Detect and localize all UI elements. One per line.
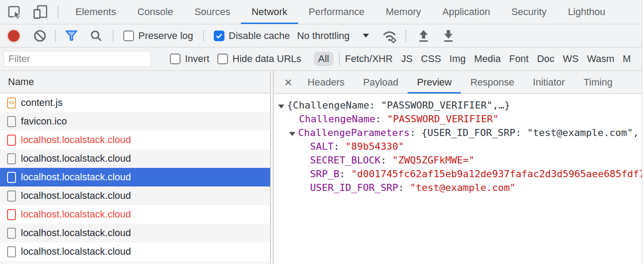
document-file-icon <box>7 246 16 257</box>
filter-type-wasm[interactable]: Wasm <box>587 53 615 65</box>
json-key: SECRET_BLOCK <box>310 155 381 166</box>
table-row-partial[interactable] <box>0 261 270 264</box>
export-har-download-icon[interactable] <box>442 29 455 43</box>
import-har-upload-icon[interactable] <box>417 29 430 43</box>
table-row[interactable]: localhost.localstack.cloud <box>0 242 270 261</box>
toolbar-separator <box>55 30 56 42</box>
inspect-element-icon[interactable] <box>6 4 22 20</box>
table-row[interactable]: localhost.localstack.cloud <box>0 224 270 242</box>
json-string: "test@example.com" <box>410 182 515 193</box>
json-plain: : <box>334 141 346 152</box>
json-string: "89b54330" <box>345 141 404 152</box>
request-rows: <>content.jsfavicon.icolocalhost.localst… <box>0 93 270 261</box>
table-row[interactable]: favicon.ico <box>0 112 270 131</box>
toolbar-separator <box>113 30 114 42</box>
filter-type-m[interactable]: M <box>623 53 631 65</box>
table-row[interactable]: <>content.js <box>0 93 270 112</box>
json-key: SRP_B <box>310 168 339 179</box>
filter-type-doc[interactable]: Doc <box>537 53 554 65</box>
request-name: favicon.ico <box>21 116 67 127</box>
json-plain: : <box>381 155 393 166</box>
preview-tree-line: {ChallengeName: "PASSWORD_VERIFIER",…} <box>274 98 644 112</box>
device-toolbar-icon[interactable] <box>32 4 49 20</box>
table-row[interactable]: localhost.localstack.cloud <box>0 149 270 168</box>
throttling-dropdown[interactable]: No throttling <box>297 30 350 42</box>
filter-type-ws[interactable]: WS <box>563 53 578 65</box>
detail-tab-headers[interactable]: Headers <box>298 71 354 93</box>
detail-tab-bar: × HeadersPayloadPreviewResponseInitiator… <box>274 71 644 94</box>
record-network-log-button[interactable] <box>8 30 20 42</box>
tab-elements[interactable]: Elements <box>65 0 127 24</box>
document-file-icon <box>7 209 16 220</box>
json-plain: : <box>398 182 410 193</box>
tab-performance[interactable]: Performance <box>298 0 375 24</box>
preview-json-tree: {ChallengeName: "PASSWORD_VERIFIER",…}Ch… <box>274 94 644 194</box>
hide-data-urls-checkbox[interactable] <box>217 54 228 64</box>
name-column-header[interactable]: Name <box>0 71 270 93</box>
expander-triangle-icon[interactable] <box>289 126 298 140</box>
table-row[interactable]: localhost.localstack.cloud <box>0 131 270 149</box>
hide-data-urls-label: Hide data URLs <box>232 53 301 65</box>
right-scrollbar-track[interactable] <box>642 0 644 264</box>
json-plain: : {USER_ID_FOR_SRP: "test@example.com", <box>410 127 639 138</box>
filter-funnel-icon[interactable] <box>65 30 78 42</box>
request-detail-panel: × HeadersPayloadPreviewResponseInitiator… <box>274 71 644 264</box>
request-list-panel: Name <>content.jsfavicon.icolocalhost.lo… <box>0 71 271 264</box>
detail-tab-initiator[interactable]: Initiator <box>524 71 574 93</box>
tab-sources[interactable]: Sources <box>184 0 241 24</box>
tabbar-left-icons <box>0 0 59 24</box>
request-type-all-container: All <box>314 52 333 66</box>
expander-triangle-icon[interactable] <box>278 98 287 112</box>
disable-cache-checkbox[interactable] <box>214 31 224 41</box>
document-file-icon <box>7 116 16 127</box>
detail-tab-preview[interactable]: Preview <box>408 71 461 93</box>
tab-console[interactable]: Console <box>127 0 184 24</box>
request-name: localhost.localstack.cloud <box>21 227 131 239</box>
toolbar-separator <box>405 30 406 42</box>
network-conditions-icon[interactable] <box>381 28 398 44</box>
filter-type-font[interactable]: Font <box>509 53 529 65</box>
table-row[interactable]: localhost.localstack.cloud <box>0 168 270 186</box>
detail-tab-timing[interactable]: Timing <box>574 71 622 93</box>
request-type-list: Fetch/XHRJSCSSImgMediaFontDocWSWasmM <box>345 53 631 65</box>
filter-type-media[interactable]: Media <box>474 53 501 65</box>
tab-memory[interactable]: Memory <box>375 0 432 24</box>
preview-tree-line: SALT: "89b54330" <box>274 140 644 153</box>
request-name: localhost.localstack.cloud <box>21 171 131 183</box>
tab-network[interactable]: Network <box>241 0 298 24</box>
json-string: "d001745fc62af15eb9a12de937fafac2d3d5965… <box>351 168 644 179</box>
detail-tab-payload[interactable]: Payload <box>354 71 408 93</box>
preview-tree-line: USER_ID_FOR_SRP: "test@example.com" <box>274 181 644 194</box>
invert-label: Invert <box>185 53 209 65</box>
preserve-log-checkbox[interactable] <box>123 31 134 41</box>
document-file-icon <box>7 135 16 146</box>
toolbar-separator <box>58 6 59 18</box>
detail-tab-list: HeadersPayloadPreviewResponseInitiatorTi… <box>298 71 622 93</box>
json-key: ChallengeParameters <box>298 127 410 138</box>
tab-lighthou[interactable]: Lighthou <box>557 0 616 24</box>
request-name: localhost.localstack.cloud <box>21 134 131 146</box>
tab-application[interactable]: Application <box>432 0 501 24</box>
filter-type-fetch-xhr[interactable]: Fetch/XHR <box>345 53 393 65</box>
document-file-icon <box>7 228 16 239</box>
tab-security[interactable]: Security <box>501 0 557 24</box>
request-name: localhost.localstack.cloud <box>21 153 131 164</box>
search-icon[interactable] <box>90 29 103 43</box>
json-plain: {ChallengeName: "PASSWORD_VERIFIER",…} <box>287 100 510 111</box>
close-icon[interactable]: × <box>278 71 298 93</box>
json-string: "PASSWORD_VERIFIER" <box>387 113 499 124</box>
preview-tree-line: ChallengeName: "PASSWORD_VERIFIER" <box>274 112 644 126</box>
filter-type-all[interactable]: All <box>314 52 333 66</box>
clear-network-log-icon[interactable] <box>33 29 47 43</box>
filter-type-img[interactable]: Img <box>449 53 466 65</box>
table-row[interactable]: localhost.localstack.cloud <box>0 205 270 224</box>
json-key: USER_ID_FOR_SRP <box>310 182 398 193</box>
filter-input[interactable] <box>4 51 151 67</box>
throttling-caret-icon[interactable] <box>363 34 369 38</box>
toolbar-separator <box>203 30 204 42</box>
table-row[interactable]: localhost.localstack.cloud <box>0 186 270 205</box>
detail-tab-response[interactable]: Response <box>461 71 523 93</box>
invert-checkbox[interactable] <box>170 54 181 64</box>
filter-type-js[interactable]: JS <box>401 53 412 65</box>
filter-type-css[interactable]: CSS <box>421 53 441 65</box>
